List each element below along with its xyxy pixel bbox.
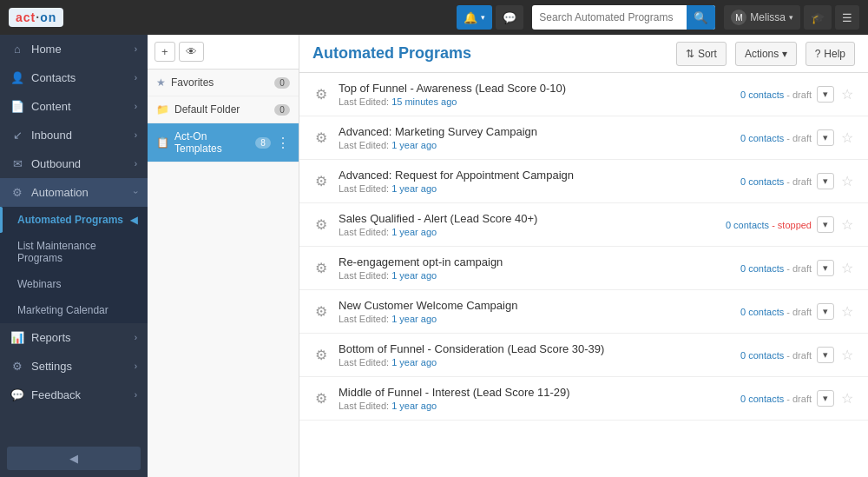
sidebar-label-inbound: Inbound — [31, 129, 128, 142]
contacts-arrow-icon: › — [135, 73, 137, 83]
program-gear-icon-2[interactable]: ⚙ — [312, 129, 330, 146]
logo-text: act·on — [9, 8, 63, 27]
sort-button[interactable]: ⇅ Sort — [676, 42, 727, 66]
program-star-2[interactable]: ☆ — [839, 129, 855, 146]
sidebar-label-content: Content — [31, 100, 128, 113]
notifications-chevron: ▾ — [481, 13, 485, 22]
program-status-3: 0 contacts - draft ▾ ☆ — [740, 173, 855, 189]
program-star-8[interactable]: ☆ — [839, 390, 855, 407]
program-gear-icon-4[interactable]: ⚙ — [312, 216, 330, 233]
program-contacts-8: 0 contacts - draft — [740, 394, 812, 404]
search-icon: 🔍 — [694, 11, 708, 24]
program-dropdown-8[interactable]: ▾ — [817, 390, 834, 407]
program-item-1: ⚙ Top of Funnel - Awareness (Lead Score … — [299, 73, 868, 116]
actions-label: Actions ▾ — [745, 48, 787, 60]
program-dropdown-4[interactable]: ▾ — [817, 216, 834, 233]
program-dropdown-6[interactable]: ▾ — [817, 303, 834, 320]
contacts-count-7: 0 contacts — [740, 350, 784, 361]
program-status-4: 0 contacts - stopped ▾ ☆ — [726, 216, 855, 233]
main-content: Automated Programs ⇅ Sort Actions ▾ ? He… — [299, 35, 868, 477]
sidebar-item-settings[interactable]: ⚙ Settings › — [0, 352, 148, 381]
sidebar-item-home[interactable]: ⌂ Home › — [0, 35, 148, 63]
program-dropdown-7[interactable]: ▾ — [817, 347, 834, 363]
notifications-button[interactable]: 🔔 ▾ — [457, 5, 492, 30]
user-menu-button[interactable]: M Melissa ▾ — [724, 5, 800, 30]
program-status-5: 0 contacts - draft ▾ ☆ — [740, 260, 855, 276]
program-status-2: 0 contacts - draft ▾ ☆ — [740, 129, 855, 146]
bell-icon: 🔔 — [464, 11, 477, 24]
program-star-4[interactable]: ☆ — [839, 216, 855, 233]
eye-icon: 👁 — [186, 45, 197, 58]
sidebar: ⌂ Home › 👤 Contacts › 📄 Content › ↙ Inbo… — [0, 35, 148, 477]
program-star-5[interactable]: ☆ — [839, 260, 855, 276]
program-info-1: Top of Funnel - Awareness (Lead Score 0-… — [339, 82, 732, 107]
folder-menu-icon[interactable]: ⋮ — [276, 135, 290, 151]
folder-item-default[interactable]: 📁 Default Folder 0 — [148, 96, 299, 123]
actions-button[interactable]: Actions ▾ — [735, 42, 797, 66]
folder-item-favorites[interactable]: ★ Favorites 0 — [148, 70, 299, 96]
sidebar-item-outbound[interactable]: ✉ Outbound › — [0, 149, 148, 178]
program-gear-icon-1[interactable]: ⚙ — [312, 86, 330, 103]
program-info-7: Bottom of Funnel - Consideration (Lead S… — [339, 342, 732, 368]
automated-programs-label: Automated Programs — [17, 214, 123, 226]
templates-label: Act-On Templates — [174, 130, 250, 155]
automation-arrow-icon: › — [131, 191, 141, 194]
outbound-arrow-icon: › — [135, 159, 137, 169]
chat-button[interactable]: 💬 — [496, 5, 523, 30]
sidebar-item-webinars[interactable]: Webinars — [0, 271, 148, 297]
sidebar-item-contacts[interactable]: 👤 Contacts › — [0, 63, 148, 92]
contacts-count-8: 0 contacts — [740, 394, 784, 404]
program-gear-icon-6[interactable]: ⚙ — [312, 303, 330, 320]
program-star-7[interactable]: ☆ — [839, 347, 855, 363]
program-item-8: ⚙ Middle of Funnel - Interest (Lead Scor… — [299, 377, 868, 421]
status-label-8: - draft — [786, 394, 812, 404]
favorites-star-icon: ★ — [156, 76, 166, 89]
program-dropdown-5[interactable]: ▾ — [817, 260, 834, 276]
sidebar-footer: ◀ — [0, 440, 148, 477]
program-dropdown-2[interactable]: ▾ — [817, 129, 834, 146]
program-meta-5: Last Edited: 1 year ago — [339, 270, 732, 281]
program-dropdown-1[interactable]: ▾ — [817, 86, 834, 103]
sidebar-item-inbound[interactable]: ↙ Inbound › — [0, 121, 148, 149]
contacts-count-4: 0 contacts — [726, 220, 769, 230]
help-button[interactable]: ? Help — [806, 42, 855, 66]
program-name-2: Advanced: Marketing Survey Campaign — [339, 125, 732, 138]
program-gear-icon-5[interactable]: ⚙ — [312, 260, 330, 276]
program-info-8: Middle of Funnel - Interest (Lead Score … — [339, 386, 732, 411]
sidebar-collapse-button[interactable]: ◀ — [7, 447, 141, 470]
feedback-arrow-icon: › — [135, 390, 137, 400]
sidebar-item-list-maintenance[interactable]: List Maintenance Programs — [0, 233, 148, 271]
sidebar-item-automation[interactable]: ⚙ Automation › — [0, 178, 148, 207]
templates-count: 8 — [255, 137, 271, 149]
program-name-5: Re-engagement opt-in campaign — [339, 255, 732, 268]
logo: act·on — [9, 8, 63, 27]
hamburger-menu-button[interactable]: ☰ — [835, 5, 859, 30]
program-time-3: 1 year ago — [391, 183, 437, 194]
search-submit-button[interactable]: 🔍 — [687, 5, 715, 30]
main-layout: ⌂ Home › 👤 Contacts › 📄 Content › ↙ Inbo… — [0, 35, 868, 477]
program-star-3[interactable]: ☆ — [839, 173, 855, 189]
program-gear-icon-7[interactable]: ⚙ — [312, 347, 330, 363]
status-label-3: - draft — [786, 176, 812, 187]
program-gear-icon-8[interactable]: ⚙ — [312, 390, 330, 407]
sidebar-item-feedback[interactable]: 💬 Feedback › — [0, 381, 148, 409]
program-time-1: 15 minutes ago — [391, 96, 457, 107]
graduation-button[interactable]: 🎓 — [804, 5, 832, 30]
sidebar-item-automated-programs[interactable]: Automated Programs ◀ — [0, 207, 148, 233]
program-gear-icon-3[interactable]: ⚙ — [312, 173, 330, 189]
sidebar-item-reports[interactable]: 📊 Reports › — [0, 323, 148, 352]
program-meta-1: Last Edited: 15 minutes ago — [339, 96, 732, 107]
program-meta-8: Last Edited: 1 year ago — [339, 401, 732, 411]
top-navigation: act·on 🔔 ▾ 💬 🔍 M Melissa ▾ 🎓 ☰ — [0, 0, 868, 35]
program-star-6[interactable]: ☆ — [839, 303, 855, 320]
folder-item-act-on-templates[interactable]: 📋 Act-On Templates 8 ⋮ — [148, 123, 299, 162]
user-chevron-icon: ▾ — [789, 13, 793, 22]
hamburger-icon: ☰ — [842, 11, 852, 24]
view-options-button[interactable]: 👁 — [179, 42, 204, 62]
sidebar-item-marketing-calendar[interactable]: Marketing Calendar — [0, 297, 148, 323]
program-star-1[interactable]: ☆ — [839, 86, 855, 103]
program-dropdown-3[interactable]: ▾ — [817, 173, 834, 189]
search-input[interactable] — [539, 11, 687, 23]
sidebar-item-content[interactable]: 📄 Content › — [0, 92, 148, 121]
add-folder-button[interactable]: + — [155, 42, 175, 62]
